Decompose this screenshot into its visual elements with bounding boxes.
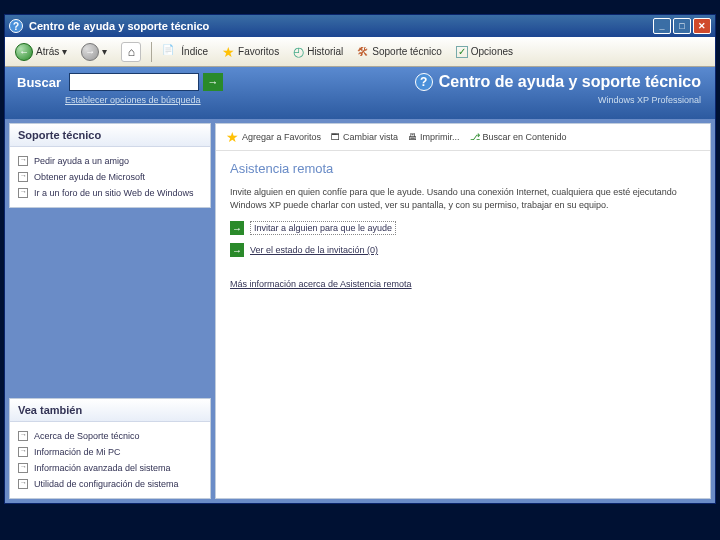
panel-header: Soporte técnico (10, 124, 210, 147)
search-go-button[interactable]: → (203, 73, 223, 91)
arrow-icon (18, 479, 28, 489)
index-button[interactable]: 📄 Índice (158, 42, 212, 62)
window-title: Centro de ayuda y soporte técnico (29, 20, 209, 32)
sidebar-item-about-support[interactable]: Acerca de Soporte técnico (18, 428, 202, 444)
body: Soporte técnico Pedir ayuda a un amigo O… (5, 119, 715, 503)
search-input[interactable] (69, 73, 199, 91)
back-button[interactable]: ← Atrás ▾ (11, 41, 71, 63)
titlebar: ? Centro de ayuda y soporte técnico _ □ … (5, 15, 715, 37)
home-icon: ⌂ (121, 42, 141, 62)
support-icon: 🛠 (357, 45, 369, 59)
search-options-link[interactable]: Establecer opciones de búsqueda (65, 95, 223, 105)
action-bar: ★Agregar a Favoritos 🗔Cambiar vista 🖶Imp… (216, 124, 710, 151)
sidebar-item-ask-friend[interactable]: Pedir ayuda a un amigo (18, 153, 202, 169)
favorites-button[interactable]: ★ Favoritos (218, 42, 283, 62)
clock-icon: ◴ (293, 44, 304, 59)
print-button[interactable]: 🖶Imprimir... (408, 132, 460, 142)
edition-label: Windows XP Professional (415, 95, 701, 105)
sidebar-item-msconfig[interactable]: Utilidad de configuración de sistema (18, 476, 202, 492)
sidebar-item-windows-forum[interactable]: Ir a un foro de un sitio Web de Windows (18, 185, 202, 201)
dropdown-icon: ▾ (102, 46, 107, 57)
help-icon: ? (9, 19, 23, 33)
locate-button[interactable]: ⎇Buscar en Contenido (470, 132, 567, 142)
minimize-button[interactable]: _ (653, 18, 671, 34)
content-paragraph: Invite alguien en quien confíe para que … (230, 186, 696, 211)
back-arrow-icon: ← (15, 43, 33, 61)
index-icon: 📄 (162, 44, 178, 60)
support-button[interactable]: 🛠 Soporte técnico (353, 43, 446, 61)
arrow-icon (18, 431, 28, 441)
page-title: Centro de ayuda y soporte técnico (439, 73, 701, 91)
toolbar: ← Atrás ▾ → ▾ ⌂ 📄 Índice ★ Favoritos ◴ (5, 37, 715, 67)
arrow-icon (18, 156, 28, 166)
dropdown-icon: ▾ (62, 46, 67, 57)
star-icon: ★ (222, 44, 235, 60)
printer-icon: 🖶 (408, 132, 417, 142)
invite-link[interactable]: → Invitar a alguien para que le ayude (230, 221, 696, 235)
forward-arrow-icon: → (81, 43, 99, 61)
check-icon: ✓ (456, 46, 468, 58)
star-icon: ★ (226, 129, 239, 145)
add-favorite-button[interactable]: ★Agregar a Favoritos (226, 129, 321, 145)
view-icon: 🗔 (331, 132, 340, 142)
close-button[interactable]: ✕ (693, 18, 711, 34)
support-panel: Soporte técnico Pedir ayuda a un amigo O… (9, 123, 211, 208)
forward-button[interactable]: → ▾ (77, 41, 111, 63)
locate-icon: ⎇ (470, 132, 480, 142)
home-button[interactable]: ⌂ (117, 40, 145, 64)
arrow-icon (18, 172, 28, 182)
arrow-icon (18, 463, 28, 473)
options-button[interactable]: ✓ Opciones (452, 44, 517, 60)
sidebar-item-mypc-info[interactable]: Información de Mi PC (18, 444, 202, 460)
main-content: ★Agregar a Favoritos 🗔Cambiar vista 🖶Imp… (215, 123, 711, 499)
arrow-icon (18, 447, 28, 457)
separator (151, 42, 152, 62)
arrow-icon (18, 188, 28, 198)
arrow-icon: → (230, 221, 244, 235)
sidebar: Soporte técnico Pedir ayuda a un amigo O… (5, 119, 215, 503)
blue-header: Buscar → Establecer opciones de búsqueda… (5, 67, 715, 119)
panel-header: Vea también (10, 399, 210, 422)
content-heading: Asistencia remota (230, 161, 696, 176)
history-button[interactable]: ◴ Historial (289, 42, 347, 61)
arrow-icon: → (230, 243, 244, 257)
sidebar-item-advanced-sysinfo[interactable]: Información avanzada del sistema (18, 460, 202, 476)
help-window: ? Centro de ayuda y soporte técnico _ □ … (4, 14, 716, 504)
search-label: Buscar (17, 75, 61, 90)
sidebar-item-microsoft-help[interactable]: Obtener ayuda de Microsoft (18, 169, 202, 185)
invitation-status-link[interactable]: → Ver el estado de la invitación (0) (230, 243, 696, 257)
help-icon: ? (415, 73, 433, 91)
maximize-button[interactable]: □ (673, 18, 691, 34)
more-info-link[interactable]: Más información acerca de Asistencia rem… (230, 279, 412, 289)
see-also-panel: Vea también Acerca de Soporte técnico In… (9, 398, 211, 499)
change-view-button[interactable]: 🗔Cambiar vista (331, 132, 398, 142)
